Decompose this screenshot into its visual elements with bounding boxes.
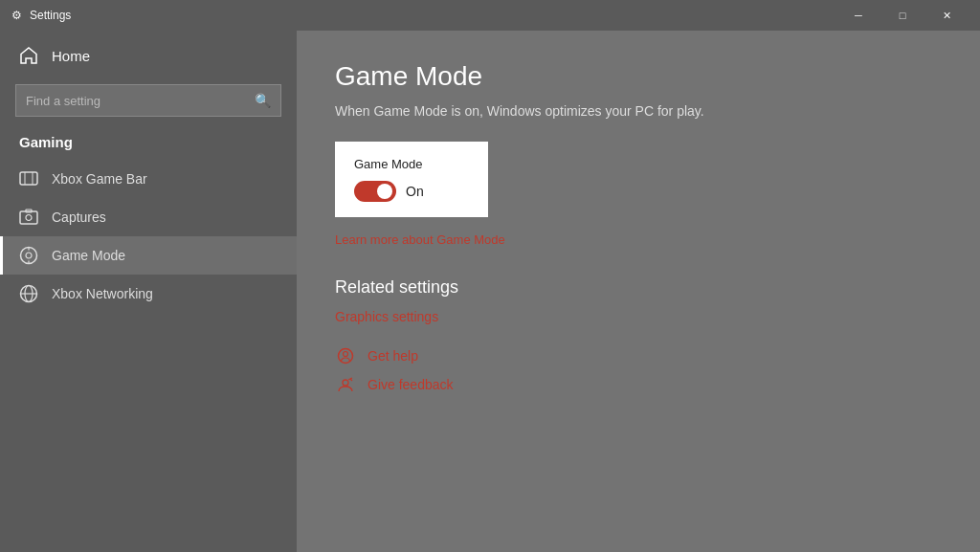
- toggle-state-label: On: [406, 184, 424, 199]
- svg-rect-0: [20, 172, 37, 185]
- page-description: When Game Mode is on, Windows optimizes …: [335, 103, 942, 119]
- toggle-card: Game Mode On: [335, 142, 488, 217]
- captures-icon: [19, 208, 38, 227]
- minimize-button[interactable]: ─: [836, 0, 880, 31]
- captures-label: Captures: [52, 210, 106, 225]
- give-feedback-icon: [335, 376, 356, 393]
- get-help-label: Get help: [368, 348, 418, 364]
- titlebar-controls: ─ □ ✕: [836, 0, 969, 31]
- svg-point-14: [344, 352, 348, 357]
- game-mode-icon: [19, 246, 38, 265]
- page-title: Game Mode: [335, 61, 942, 92]
- sidebar-item-game-mode[interactable]: Game Mode: [0, 236, 297, 275]
- sidebar-item-captures[interactable]: Captures: [0, 198, 297, 236]
- svg-line-17: [350, 379, 352, 381]
- svg-point-7: [26, 253, 32, 258]
- graphics-settings-link[interactable]: Graphics settings: [335, 309, 942, 324]
- get-help-icon: [335, 347, 356, 364]
- toggle-track: [354, 181, 396, 202]
- toggle-row: On: [354, 181, 469, 202]
- app-container: Home 🔍 Gaming Xbox Game Bar: [0, 31, 980, 552]
- search-icon: 🔍: [255, 93, 271, 108]
- learn-more-link[interactable]: Learn more about Game Mode: [335, 232, 942, 247]
- svg-point-4: [26, 215, 32, 221]
- give-feedback-item[interactable]: Give feedback: [335, 376, 942, 393]
- get-help-item[interactable]: Get help: [335, 347, 942, 364]
- toggle-thumb: [377, 184, 392, 199]
- home-label: Home: [52, 48, 90, 64]
- svg-rect-3: [20, 211, 37, 224]
- xbox-networking-icon: [19, 284, 38, 303]
- maximize-button[interactable]: □: [880, 0, 924, 31]
- sidebar-item-xbox-game-bar[interactable]: Xbox Game Bar: [0, 160, 297, 198]
- titlebar-title: Settings: [30, 9, 71, 22]
- settings-app-icon: ⚙: [11, 9, 22, 22]
- xbox-game-bar-label: Xbox Game Bar: [52, 171, 147, 187]
- xbox-networking-label: Xbox Networking: [52, 286, 153, 301]
- main-content: Game Mode When Game Mode is on, Windows …: [297, 31, 980, 552]
- search-box[interactable]: 🔍: [15, 84, 281, 117]
- search-input[interactable]: [26, 94, 255, 108]
- game-mode-label: Game Mode: [52, 248, 125, 263]
- toggle-card-label: Game Mode: [354, 157, 469, 171]
- sidebar-item-home[interactable]: Home: [0, 31, 297, 80]
- svg-point-15: [343, 380, 348, 386]
- related-settings-title: Related settings: [335, 277, 942, 298]
- home-icon: [19, 46, 38, 65]
- xbox-game-bar-icon: [19, 169, 38, 188]
- titlebar: ⚙ Settings ─ □ ✕: [0, 0, 980, 31]
- sidebar-section-title: Gaming: [0, 128, 297, 160]
- give-feedback-label: Give feedback: [368, 377, 454, 392]
- sidebar-item-xbox-networking[interactable]: Xbox Networking: [0, 275, 297, 313]
- titlebar-title-area: ⚙ Settings: [11, 9, 71, 22]
- close-button[interactable]: ✕: [924, 0, 969, 31]
- game-mode-toggle[interactable]: [354, 181, 396, 202]
- sidebar: Home 🔍 Gaming Xbox Game Bar: [0, 31, 297, 552]
